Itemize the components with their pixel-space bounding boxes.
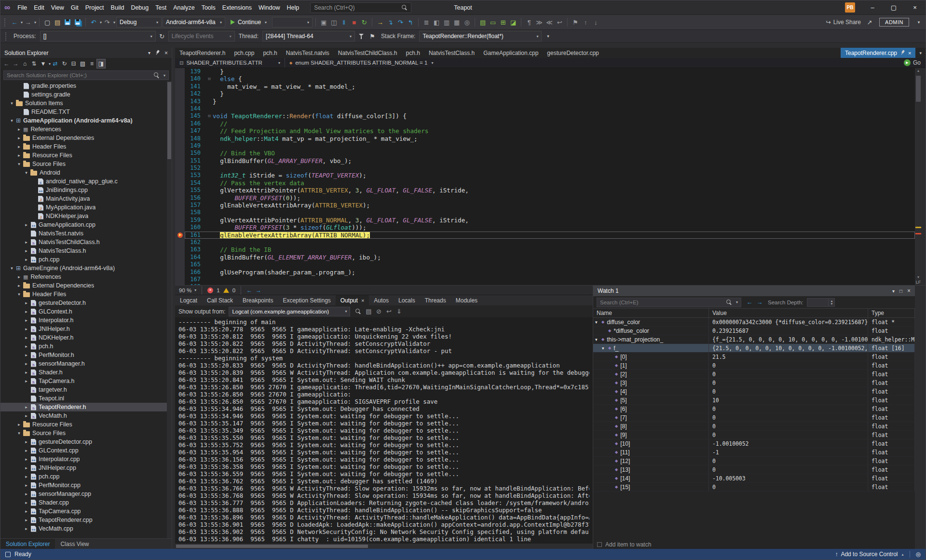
breakpoint-margin[interactable] <box>175 90 185 97</box>
panel-tab-modules[interactable]: Modules <box>451 295 482 305</box>
watch-row[interactable]: ◆[13]0float <box>593 465 915 474</box>
tree-item[interactable]: ▸++GLContext.cpp <box>0 446 172 455</box>
expander-icon[interactable]: ▸ <box>23 518 29 522</box>
admin-button[interactable]: ADMIN <box>879 18 909 27</box>
watch-row[interactable]: ▾◆this->mat_projection_{f_={21.5, 0, 0, … <box>593 335 915 344</box>
tree-item[interactable]: ▾Source Files <box>0 429 172 437</box>
expander-icon[interactable]: ▸ <box>23 474 29 479</box>
warning-icon[interactable] <box>223 288 229 293</box>
scroll-down-icon[interactable]: ▾ <box>915 275 922 279</box>
navigate-backward-icon[interactable]: ← <box>10 17 19 27</box>
se-refresh-icon[interactable]: ↻ <box>60 59 69 68</box>
panel-tab-threads[interactable]: Threads <box>420 295 451 305</box>
breakpoint-margin[interactable] <box>175 120 185 127</box>
watch-row[interactable]: ◆[15]0float <box>593 483 915 492</box>
menu-extensions[interactable]: Extensions <box>219 2 255 13</box>
expander-icon[interactable]: ▸ <box>16 127 22 132</box>
tree-item[interactable]: ▸++pch.cpp <box>0 472 172 481</box>
zoom-dropdown[interactable]: 90 %▾ <box>179 287 196 293</box>
editor-tab-natvistestchildclass-h[interactable]: NatvisTestChildClass.h <box>334 48 402 58</box>
android-device-monitor-icon[interactable]: ▭ <box>488 17 498 27</box>
panel-tab-logcat[interactable]: Logcat <box>175 295 202 305</box>
watch-row[interactable]: ◆*diffuse_color0.239215687float <box>593 327 915 335</box>
watch-row[interactable]: ◆[12]0float <box>593 457 915 465</box>
watch-row[interactable]: ◆[7]0float <box>593 413 915 422</box>
code-line[interactable]: 156 BUFFER_OFFSET(0)); <box>175 194 915 202</box>
tree-item[interactable]: NatvisTest.natvis <box>0 229 172 238</box>
continue-button[interactable]: Continue▾ <box>226 17 271 27</box>
expander-icon[interactable]: ▸ <box>23 344 29 349</box>
tab-solution-explorer[interactable]: Solution Explorer <box>0 539 55 549</box>
step-into-icon[interactable]: ↴ <box>385 17 395 27</box>
close-icon[interactable]: × <box>908 50 911 56</box>
expander-icon[interactable]: ▾ <box>595 320 601 325</box>
code-line[interactable]: 167 <box>175 276 915 283</box>
android-logcat-icon[interactable]: ▤ <box>478 17 488 27</box>
minimize-button[interactable]: – <box>862 0 883 14</box>
breakpoint-margin[interactable] <box>175 172 185 179</box>
menu-test[interactable]: Test <box>152 2 170 13</box>
panel-tab-breakpoints[interactable]: Breakpoints <box>238 295 278 305</box>
live-share-button[interactable]: ↪Live Share <box>823 19 864 26</box>
expander-icon[interactable]: ▸ <box>23 370 29 375</box>
expander-icon[interactable]: ▾ <box>9 101 15 106</box>
command-window-icon[interactable]: ◧ <box>432 17 441 27</box>
code-line[interactable]: 146 // <box>175 120 915 127</box>
breakpoint-margin[interactable] <box>175 224 185 231</box>
navigate-forward-icon-dropdown[interactable]: ▾ <box>34 20 36 25</box>
expander-icon[interactable]: ▸ <box>23 240 29 245</box>
breakpoint-margin[interactable] <box>175 75 185 82</box>
code-line[interactable]: 165 <box>175 261 915 268</box>
tab-class-view[interactable]: Class View <box>55 539 94 549</box>
tree-item[interactable]: ▸hShader.h <box>0 368 172 377</box>
expander-icon[interactable]: ▸ <box>23 361 29 366</box>
expander-icon[interactable]: ▸ <box>16 422 22 427</box>
breakpoint-margin[interactable] <box>175 98 185 105</box>
code-line[interactable]: 139 } <box>175 68 915 75</box>
expander-icon[interactable]: ▸ <box>23 248 29 253</box>
code-line[interactable]: 154 // Pass the vertex data <box>175 179 915 187</box>
tree-item[interactable]: ▸hJNIHelper.h <box>0 325 172 333</box>
editor-tab-teapotrenderer-h[interactable]: TeapotRenderer.h <box>175 48 230 58</box>
breakpoint-margin[interactable] <box>175 254 185 261</box>
tree-item[interactable]: ▸hNDKHelper.h <box>0 333 172 342</box>
code-line[interactable]: 164 glBindBuffer(GL_ELEMENT_ARRAY_BUFFER… <box>175 254 915 261</box>
tree-item[interactable]: ▸Resource Files <box>0 420 172 429</box>
expander-icon[interactable]: ▸ <box>23 335 29 340</box>
breakpoint-margin[interactable] <box>175 68 185 75</box>
expander-icon[interactable]: ▾ <box>16 431 22 436</box>
expander-icon[interactable]: ▸ <box>23 483 29 488</box>
tree-item[interactable]: ▾⊞GameEngine (Android-arm64-v8a) <box>0 264 172 273</box>
tree-item[interactable]: ▸hGLContext.h <box>0 307 172 316</box>
tree-item[interactable]: settings.gradle <box>0 90 172 99</box>
expander-icon[interactable]: ▾ <box>602 346 608 351</box>
close-icon[interactable]: × <box>907 287 911 294</box>
code-line[interactable]: 148 ndk_helper::Mat4 mat_vp = mat_projec… <box>175 135 915 142</box>
breakpoint-margin[interactable] <box>175 112 185 120</box>
breakpoint-margin[interactable] <box>175 246 185 253</box>
expander-icon[interactable]: ▸ <box>16 144 22 149</box>
quick-search-box[interactable]: Search (Ctrl+Q) <box>310 2 411 13</box>
panel-tab-locals[interactable]: Locals <box>394 295 420 305</box>
close-icon[interactable]: × <box>164 50 168 56</box>
se-show-all-files-icon[interactable]: ▧ <box>78 59 87 68</box>
chevron-down-icon[interactable]: ▾ <box>163 73 165 78</box>
menu-file[interactable]: File <box>14 2 30 13</box>
window-position-icon[interactable]: ▾ <box>148 50 150 55</box>
expander-icon[interactable]: ▸ <box>23 318 29 323</box>
tree-item[interactable]: candroid_native_app_glue.c <box>0 177 172 186</box>
flag-threads-icon[interactable]: ⚑ <box>368 31 377 41</box>
tree-item[interactable]: ▸++TapCamera.cpp <box>0 507 172 516</box>
fold-icon[interactable]: ⊟ <box>206 112 213 120</box>
watch-row[interactable]: ◆[5]10float <box>593 396 915 405</box>
code-line[interactable]: 143} <box>175 98 915 105</box>
maximize-button[interactable]: ▢ <box>883 0 904 14</box>
navigate-forward-icon[interactable]: → <box>23 17 33 27</box>
lifecycle-events-dropdown[interactable]: Lifecycle Events▾ <box>168 31 235 41</box>
expander-icon[interactable]: ▸ <box>16 136 22 140</box>
breakpoint-margin[interactable] <box>175 194 185 202</box>
watch-row[interactable]: ◆[2]0float <box>593 370 915 379</box>
se-back-icon[interactable]: ← <box>2 59 11 68</box>
tree-item[interactable]: ▸++sensorManager.cpp <box>0 490 172 498</box>
menu-view[interactable]: View <box>48 2 68 13</box>
